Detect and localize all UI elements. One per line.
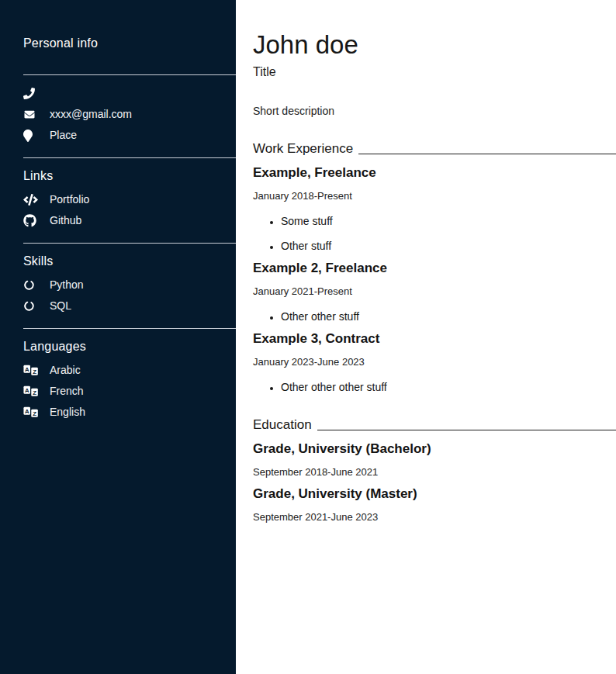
work-entry-date: January 2021-Present [253, 285, 616, 297]
section-heading-rule [317, 430, 616, 430]
sidebar-divider [23, 328, 236, 329]
education-entry-date: September 2021-June 2023 [253, 511, 616, 523]
contact-row-place: Place [23, 125, 236, 146]
work-entry-title: Example, Freelance [253, 165, 616, 181]
svg-text:A: A [25, 366, 29, 373]
sidebar-divider [23, 157, 236, 158]
language-row-english: AZ English [23, 402, 236, 423]
sidebar-divider [23, 243, 236, 244]
circle-notch-icon [23, 279, 39, 291]
github-icon [23, 214, 39, 227]
email-label: xxxx@gmail.com [50, 104, 132, 125]
work-entry-date: January 2018-Present [253, 190, 616, 202]
bullet-item: Some stuff [281, 215, 616, 227]
link-row-github[interactable]: Github [23, 210, 236, 231]
sidebar-section-title-personal-info: Personal info [23, 36, 236, 50]
resume-main: John doe Title Short description Work Ex… [253, 0, 616, 523]
svg-text:Z: Z [33, 368, 36, 375]
link-row-portfolio[interactable]: Portfolio [23, 189, 236, 210]
skills-rows: Python SQL [23, 275, 236, 316]
section-heading-label: Work Experience [253, 141, 353, 157]
personal-info-rows: xxxx@gmail.com Place [23, 83, 236, 146]
bullet-item: Other other stuff [281, 310, 616, 323]
section-heading-work-experience: Work Experience [253, 141, 616, 157]
language-label: French [50, 381, 84, 402]
svg-text:A: A [25, 408, 29, 415]
contact-row-email[interactable]: xxxx@gmail.com [23, 104, 236, 125]
sidebar: Personal info xxxx@gmail.com Place Links [0, 0, 236, 674]
language-row-arabic: AZ Arabic [23, 360, 236, 381]
github-link-label: Github [50, 210, 81, 231]
education-entry-title: Grade, University (Bachelor) [253, 441, 616, 457]
envelope-icon [23, 109, 39, 119]
place-label: Place [50, 125, 77, 146]
person-name: John doe [253, 31, 616, 59]
work-entry-bullets: Other other stuff [253, 310, 616, 323]
links-rows: Portfolio Github [23, 189, 236, 231]
section-heading-rule [358, 154, 616, 154]
work-entry-title: Example 3, Contract [253, 331, 616, 347]
education-entry: Grade, University (Bachelor) September 2… [253, 441, 616, 478]
code-icon [23, 194, 39, 206]
map-marker-icon [23, 130, 39, 142]
portfolio-link-label: Portfolio [50, 189, 89, 210]
svg-text:Z: Z [33, 389, 36, 396]
work-entry: Example 3, Contract January 2023-June 20… [253, 331, 616, 393]
phone-icon [23, 88, 39, 99]
education-entry-title: Grade, University (Master) [253, 486, 616, 502]
sidebar-section-title-skills: Skills [23, 254, 236, 268]
work-entry-date: January 2023-June 2023 [253, 356, 616, 368]
work-entry-bullets: Other other other stuff [253, 381, 616, 393]
skill-label: SQL [50, 296, 71, 316]
sidebar-section-title-languages: Languages [23, 340, 236, 354]
person-title: Title [253, 65, 616, 79]
svg-text:Z: Z [33, 410, 36, 417]
short-description: Short description [253, 105, 616, 117]
skill-label: Python [50, 275, 84, 296]
skill-row-python: Python [23, 275, 236, 296]
language-icon: AZ [23, 385, 39, 397]
work-entry-title: Example 2, Freelance [253, 261, 616, 276]
work-entry: Example 2, Freelance January 2021-Presen… [253, 261, 616, 323]
section-heading-label: Education [253, 417, 312, 433]
languages-rows: AZ Arabic AZ French AZ English [23, 360, 236, 423]
bullet-item: Other stuff [281, 240, 616, 252]
education-entry: Grade, University (Master) September 202… [253, 486, 616, 523]
education-entry-date: September 2018-June 2021 [253, 466, 616, 478]
bullet-item: Other other other stuff [281, 381, 616, 393]
circle-notch-icon [23, 300, 39, 312]
contact-row-phone [23, 83, 236, 104]
language-icon: AZ [23, 406, 39, 418]
language-row-french: AZ French [23, 381, 236, 402]
work-entry: Example, Freelance January 2018-Present … [253, 165, 616, 252]
language-label: English [50, 402, 85, 423]
language-label: Arabic [50, 360, 81, 381]
work-entry-bullets: Some stuff Other stuff [253, 215, 616, 252]
language-icon: AZ [23, 365, 39, 376]
section-heading-education: Education [253, 417, 616, 433]
skill-row-sql: SQL [23, 296, 236, 316]
sidebar-divider [23, 74, 236, 75]
svg-text:A: A [25, 387, 29, 394]
sidebar-section-title-links: Links [23, 169, 236, 183]
